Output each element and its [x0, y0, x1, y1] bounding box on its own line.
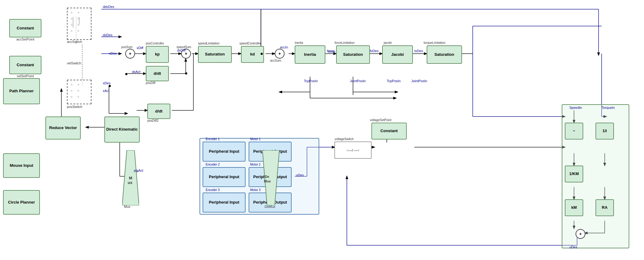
xdes-signal-label: xDes — [109, 52, 117, 55]
enc2-block[interactable]: Peripheral Input — [203, 167, 246, 187]
udes-bottom-label: uDes — [569, 245, 577, 249]
saturation-speed-block[interactable]: Saturation — [198, 46, 232, 63]
vel-switch-label: velSwitch — [67, 61, 81, 65]
enc3-sublabel: Encoder 3 — [206, 188, 220, 192]
oneover-i-block[interactable]: 1/i — [596, 123, 614, 140]
acc-sum-circle: + — [275, 49, 285, 59]
svg-text:ux: ux — [128, 180, 133, 185]
mot1-sublabel: Motor 1 — [250, 137, 261, 141]
jacobi-sublabel: jacobi — [384, 41, 392, 44]
acc-sum-label: accSum — [270, 59, 281, 62]
dt-posdiff-sublabel: posDiff — [146, 81, 155, 85]
constant-acc-block[interactable]: Constant — [9, 19, 41, 37]
path-planner-block[interactable]: Path Planner — [3, 78, 40, 104]
demux-label: DeMux — [265, 205, 275, 208]
direct-kinematic-block[interactable]: Direct Kinematic — [104, 117, 140, 143]
kd-label: kd — [250, 52, 255, 57]
enc1-sublabel: Encoder 1 — [206, 137, 220, 141]
mot3-sublabel: Motor 3 — [250, 188, 261, 192]
enc2-sublabel: Encoder 2 — [206, 163, 220, 166]
saturation-force-label: Saturation — [343, 52, 363, 57]
inertia-label: Inertia — [304, 52, 316, 57]
saturation-force-block[interactable]: Saturation — [336, 45, 370, 64]
minus-block[interactable]: − — [565, 123, 583, 140]
saturation-torque-sublabel: torqueLimitation — [424, 41, 445, 44]
saturation-force-sublabel: forceLimitation — [335, 41, 355, 44]
voltage-switch-label: ○—/ —○ — [347, 148, 359, 152]
dt-posdiff-block[interactable]: d/dt — [146, 66, 169, 81]
bottom-sum-circle: + — [576, 229, 585, 239]
phiact-label: phiAct — [134, 169, 143, 172]
minus-label: − — [573, 128, 575, 134]
path-planner-label: Path Planner — [9, 89, 33, 94]
dxdes-label: dxDes — [103, 33, 112, 37]
pos-switch-area: ○ ○ ○ ○ ○ ○ — [67, 80, 91, 104]
junction-dot-2 — [125, 73, 127, 75]
demux-svg: De Mux — [262, 150, 279, 205]
mux-label: Mux — [124, 205, 130, 208]
txdes-signal-label: txDes — [414, 49, 423, 53]
xact-label: xAct — [103, 89, 109, 93]
junction-dot-4 — [185, 72, 187, 75]
junction-dot-1 — [261, 53, 263, 55]
voltage-switch-block[interactable]: ○—/ —○ — [335, 142, 371, 159]
constant-vel-block[interactable]: Constant — [9, 56, 41, 74]
junction-dot-3 — [109, 85, 111, 87]
kp-block[interactable]: kp — [146, 46, 169, 63]
oneover-i-label: 1/i — [603, 128, 607, 134]
constant-acc-sublabel: accSetPoint — [9, 37, 41, 41]
km-block[interactable]: kM — [565, 199, 583, 216]
constant-vel-label: Constant — [17, 63, 34, 68]
speedin-label: SpeedIn — [569, 106, 582, 109]
xdiff-label: xDiff — [137, 46, 143, 50]
saturation-speed-label: Saturation — [205, 52, 225, 57]
tcpposin-label2: TcpPosIn — [387, 79, 401, 83]
dt-posdiff2-block[interactable]: d/dt — [147, 104, 170, 119]
kp-sublabel: posController — [146, 42, 164, 45]
dt-posdiff2-label: d/dt — [155, 109, 163, 114]
jacobi-label: Jacobi — [391, 52, 404, 57]
ddxdes-label: ddxDes — [103, 5, 114, 9]
dt-posdiff-label: d/dt — [154, 71, 161, 76]
svg-text:De: De — [265, 175, 269, 178]
diagram-container: Path Planner Mouse Input Circle Planner … — [0, 0, 644, 260]
svg-text:Mux: Mux — [264, 179, 271, 183]
jointposin-label1: JointPosIn — [350, 79, 366, 83]
constant-acc-label: Constant — [17, 26, 34, 31]
pos-sum-label: posSum — [121, 45, 133, 49]
pos-switch-label: posSwitch — [67, 105, 82, 109]
enc3-label: Peripheral Input — [209, 200, 239, 205]
reduce-vector-block[interactable]: Reduce Vector — [45, 117, 81, 140]
enc1-block[interactable]: Peripheral Input — [203, 142, 246, 162]
circle-planner-block[interactable]: Circle Planner — [3, 190, 40, 215]
mot2-sublabel: Motor 2 — [250, 163, 261, 166]
dxdiff-label: dxDiff — [177, 48, 186, 52]
constant-voltage-block[interactable]: Constant — [371, 123, 407, 140]
km-label: kM — [571, 205, 577, 210]
torquein-label: TorqueIn — [602, 106, 615, 109]
pos-sum-circle: + — [125, 49, 135, 59]
constant-vel-sublabel: velSetPoint — [9, 74, 41, 78]
kp-label: kp — [155, 52, 160, 57]
oneover-km-block[interactable]: 1/KM — [565, 166, 583, 182]
circle-planner-label: Circle Planner — [8, 200, 35, 205]
ra-block[interactable]: RA — [596, 199, 614, 216]
enc3-block[interactable]: Peripheral Input — [203, 193, 246, 212]
acc-switch-area: ○ ○ ○ ○ ○ ○ ○ ○ — [67, 8, 91, 40]
inertia-block[interactable]: Inertia — [295, 45, 325, 64]
force-signal-label: force — [328, 50, 335, 53]
saturation-torque-block[interactable]: Saturation — [427, 45, 462, 64]
jacobi-block[interactable]: Jacobi — [382, 45, 413, 64]
svg-text:M: M — [129, 176, 132, 180]
mouse-input-block[interactable]: Mouse Input — [3, 153, 40, 178]
xdes2-label: xDes — [103, 81, 111, 85]
saturation-speed-sublabel: speedLimitation — [198, 42, 219, 45]
kd-sublabel: speedController — [239, 42, 261, 45]
enc2-label: Peripheral Input — [209, 174, 239, 180]
accin-label: accIn — [280, 45, 288, 49]
voltage-switch-label2: voltageSwitch — [335, 137, 354, 141]
inertia-sublabel: inertia — [295, 41, 303, 44]
enc1-label: Peripheral Input — [209, 149, 239, 154]
fxdes-label: fxDes — [370, 49, 378, 53]
oneover-km-label: 1/KM — [569, 171, 579, 177]
